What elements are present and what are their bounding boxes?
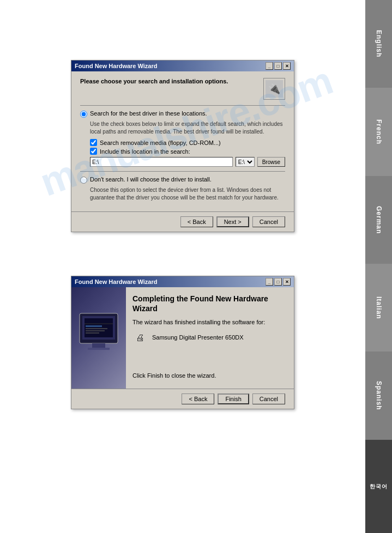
main-content: manualshire.com Found New Hardware Wizar… xyxy=(0,0,365,533)
tab-english[interactable]: English xyxy=(365,0,392,88)
tab-french[interactable]: French xyxy=(365,88,392,175)
tab-german[interactable]: German xyxy=(365,176,392,264)
dialog1-body: Please choose your search and installati… xyxy=(71,71,294,211)
back-button[interactable]: < Back xyxy=(180,216,213,227)
checkbox-location-label: Include this location in the search: xyxy=(100,148,190,155)
radio-search-label: Search for the best driver in these loca… xyxy=(90,110,207,117)
side-tabs: English French German Italian Spanish 한국… xyxy=(365,0,392,533)
next-button[interactable]: Next > xyxy=(216,216,249,227)
svg-rect-10 xyxy=(86,330,105,331)
radio-search-option: Search for the best driver in these loca… xyxy=(80,110,285,118)
svg-rect-8 xyxy=(86,325,102,327)
radio-search-description: Use the check boxes below to limit or ex… xyxy=(90,120,285,136)
dialog2-left-panel xyxy=(71,287,126,389)
svg-rect-11 xyxy=(86,332,99,334)
tab-spanish[interactable]: Spanish xyxy=(365,352,392,439)
dialog1-header: Please choose your search and installati… xyxy=(80,78,285,100)
dialog1-title: Found New Hardware Wizard xyxy=(75,63,157,69)
dialog2-close-button[interactable]: ✕ xyxy=(283,278,291,286)
dialog2: Found New Hardware Wizard _ □ ✕ xyxy=(71,276,294,409)
dialog2-title: Found New Hardware Wizard xyxy=(75,278,157,285)
dialog2-titlebar: Found New Hardware Wizard _ □ ✕ xyxy=(71,276,294,287)
radio-choose-description: Choose this option to select the device … xyxy=(90,186,285,202)
titlebar-buttons: _ □ ✕ xyxy=(266,62,291,70)
dialog2-graphic xyxy=(77,293,120,383)
device-name: Samsung Digital Presenter 650DX xyxy=(152,334,244,341)
dialog2-layout: Completing the Found New Hardware Wizard… xyxy=(71,287,294,389)
svg-rect-5 xyxy=(88,348,110,350)
close-button[interactable]: ✕ xyxy=(283,62,291,70)
radio-choose-input[interactable] xyxy=(80,177,87,184)
tab-korean[interactable]: 한국어 xyxy=(365,440,392,533)
checkbox-removable[interactable] xyxy=(90,139,97,146)
wizard-icon: 🔌 xyxy=(263,78,285,100)
path-dropdown[interactable]: E:\ xyxy=(236,157,255,167)
browse-button[interactable]: Browse xyxy=(257,157,285,167)
svg-rect-9 xyxy=(86,328,107,329)
divider2 xyxy=(80,171,285,172)
dialog2-footer: < Back Finish Cancel xyxy=(71,389,294,409)
checkbox-removable-option: Search removable media (floppy, CD-ROM..… xyxy=(90,139,285,146)
svg-rect-6 xyxy=(85,318,113,337)
checkbox-location[interactable] xyxy=(90,148,97,155)
device-icon: 🖨 xyxy=(132,330,148,345)
completing-title: Completing the Found New Hardware Wizard xyxy=(132,294,287,313)
tab-italian[interactable]: Italian xyxy=(365,264,392,352)
dialog2-right-panel: Completing the Found New Hardware Wizard… xyxy=(126,287,294,389)
radio-choose-label: Don't search. I will choose the driver t… xyxy=(90,176,212,183)
svg-text:🔌: 🔌 xyxy=(268,83,281,95)
dialog1-titlebar: Found New Hardware Wizard _ □ ✕ xyxy=(71,60,294,71)
divider1 xyxy=(80,105,285,106)
path-row: E:\ E:\ Browse xyxy=(90,157,285,167)
dialog2-maximize-button[interactable]: □ xyxy=(274,278,282,286)
dialog2-titlebar-buttons: _ □ ✕ xyxy=(266,278,291,286)
svg-text:🖨: 🖨 xyxy=(136,333,144,342)
path-input[interactable]: E:\ xyxy=(90,157,233,167)
dialog1: Found New Hardware Wizard _ □ ✕ Please c… xyxy=(71,60,294,232)
finish-button[interactable]: Finish xyxy=(218,393,249,404)
checkbox-removable-label: Search removable media (floppy, CD-ROM..… xyxy=(100,140,221,146)
dialog1-footer: < Back Next > Cancel xyxy=(71,211,294,232)
dialog2-cancel-button[interactable]: Cancel xyxy=(252,393,285,404)
dialog1-header-text: Please choose your search and installati… xyxy=(80,78,263,84)
radio-search-input[interactable] xyxy=(80,111,87,118)
maximize-button[interactable]: □ xyxy=(274,62,282,70)
minimize-button[interactable]: _ xyxy=(266,62,273,70)
radio-choose-option: Don't search. I will choose the driver t… xyxy=(80,176,285,184)
cancel-button[interactable]: Cancel xyxy=(252,216,285,227)
svg-rect-4 xyxy=(92,343,105,348)
checkbox-location-option: Include this location in the search: xyxy=(90,148,285,155)
dialog2-back-button[interactable]: < Back xyxy=(182,393,214,404)
wizard-text: The wizard has finished installing the s… xyxy=(132,319,287,325)
computer-graphic xyxy=(77,311,120,365)
dialog2-minimize-button[interactable]: _ xyxy=(266,278,273,286)
finish-text: Click Finish to close the wizard. xyxy=(132,372,287,379)
device-row: 🖨 Samsung Digital Presenter 650DX xyxy=(132,330,287,345)
